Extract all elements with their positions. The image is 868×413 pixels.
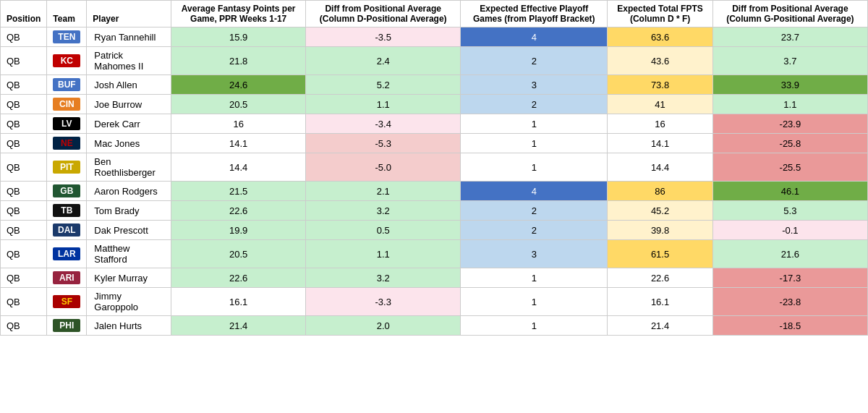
cell-expected-games: 1 bbox=[461, 153, 608, 182]
header-player: Player bbox=[87, 1, 171, 27]
cell-player: Joe Burrow bbox=[87, 95, 171, 114]
cell-expected-total: 21.4 bbox=[608, 316, 712, 336]
cell-team: BUF bbox=[47, 75, 87, 95]
cell-diff-positional2: -25.8 bbox=[712, 134, 867, 153]
cell-position: QB bbox=[1, 268, 47, 288]
cell-avg-fpts: 22.6 bbox=[171, 201, 306, 221]
cell-expected-games: 2 bbox=[461, 95, 608, 114]
cell-team: GB bbox=[47, 182, 87, 201]
cell-diff-positional: -3.4 bbox=[306, 114, 461, 134]
cell-expected-total: 86 bbox=[608, 182, 712, 201]
cell-position: QB bbox=[1, 75, 47, 95]
cell-expected-total: 61.5 bbox=[608, 240, 712, 268]
table-row: QBCINJoe Burrow20.51.12411.1 bbox=[1, 95, 868, 114]
cell-avg-fpts: 16 bbox=[171, 114, 306, 134]
cell-team: SF bbox=[47, 288, 87, 316]
cell-expected-total: 73.8 bbox=[608, 75, 712, 95]
cell-position: QB bbox=[1, 47, 47, 75]
cell-avg-fpts: 19.9 bbox=[171, 221, 306, 240]
cell-team: KC bbox=[47, 47, 87, 75]
cell-avg-fpts: 20.5 bbox=[171, 95, 306, 114]
cell-diff-positional2: -0.1 bbox=[712, 221, 867, 240]
cell-diff-positional2: -17.3 bbox=[712, 268, 867, 288]
cell-player: Dak Prescott bbox=[87, 221, 171, 240]
cell-diff-positional: -5.0 bbox=[306, 153, 461, 182]
cell-position: QB bbox=[1, 114, 47, 134]
cell-position: QB bbox=[1, 221, 47, 240]
cell-diff-positional: 1.1 bbox=[306, 240, 461, 268]
cell-avg-fpts: 22.6 bbox=[171, 268, 306, 288]
team-badge: PHI bbox=[53, 319, 80, 332]
cell-expected-games: 2 bbox=[461, 201, 608, 221]
cell-diff-positional: 2.4 bbox=[306, 47, 461, 75]
table-row: QBKCPatrick Mahomes II21.82.4243.63.7 bbox=[1, 47, 868, 75]
cell-position: QB bbox=[1, 240, 47, 268]
cell-expected-games: 3 bbox=[461, 75, 608, 95]
table-row: QBLARMatthew Stafford20.51.1361.521.6 bbox=[1, 240, 868, 268]
cell-expected-games: 4 bbox=[461, 27, 608, 47]
cell-player: Kyler Murray bbox=[87, 268, 171, 288]
cell-team: LAR bbox=[47, 240, 87, 268]
table-row: QBLVDerek Carr16-3.4116-23.9 bbox=[1, 114, 868, 134]
team-badge: NE bbox=[53, 137, 80, 150]
header-expected-games: Expected Effective Playoff Games (from P… bbox=[461, 1, 608, 27]
stats-table: Position Team Player Average Fantasy Poi… bbox=[0, 0, 868, 336]
header-position: Position bbox=[1, 1, 47, 27]
cell-diff-positional2: 5.3 bbox=[712, 201, 867, 221]
team-badge: LAR bbox=[53, 247, 80, 260]
cell-expected-games: 1 bbox=[461, 134, 608, 153]
cell-avg-fpts: 21.5 bbox=[171, 182, 306, 201]
table-row: QBDALDak Prescott19.90.5239.8-0.1 bbox=[1, 221, 868, 240]
cell-expected-games: 4 bbox=[461, 182, 608, 201]
cell-position: QB bbox=[1, 316, 47, 336]
cell-diff-positional: 3.2 bbox=[306, 268, 461, 288]
cell-expected-games: 2 bbox=[461, 221, 608, 240]
team-badge: TEN bbox=[53, 30, 80, 43]
cell-position: QB bbox=[1, 288, 47, 316]
cell-position: QB bbox=[1, 201, 47, 221]
cell-team: PIT bbox=[47, 153, 87, 182]
cell-position: QB bbox=[1, 182, 47, 201]
team-badge: PIT bbox=[53, 161, 80, 174]
cell-diff-positional: 1.1 bbox=[306, 95, 461, 114]
cell-diff-positional: 3.2 bbox=[306, 201, 461, 221]
cell-diff-positional2: 33.9 bbox=[712, 75, 867, 95]
cell-avg-fpts: 21.8 bbox=[171, 47, 306, 75]
cell-expected-games: 1 bbox=[461, 316, 608, 336]
cell-diff-positional: -3.3 bbox=[306, 288, 461, 316]
cell-player: Jalen Hurts bbox=[87, 316, 171, 336]
cell-expected-games: 1 bbox=[461, 288, 608, 316]
cell-expected-games: 3 bbox=[461, 240, 608, 268]
cell-avg-fpts: 14.1 bbox=[171, 134, 306, 153]
cell-position: QB bbox=[1, 153, 47, 182]
cell-expected-total: 14.4 bbox=[608, 153, 712, 182]
cell-expected-total: 16.1 bbox=[608, 288, 712, 316]
cell-diff-positional2: 1.1 bbox=[712, 95, 867, 114]
cell-expected-total: 63.6 bbox=[608, 27, 712, 47]
cell-team: LV bbox=[47, 114, 87, 134]
cell-diff-positional: -3.5 bbox=[306, 27, 461, 47]
table-row: QBPITBen Roethlisberger14.4-5.0114.4-25.… bbox=[1, 153, 868, 182]
table-row: QBBUFJosh Allen24.65.2373.833.9 bbox=[1, 75, 868, 95]
cell-diff-positional2: 21.6 bbox=[712, 240, 867, 268]
team-badge: GB bbox=[53, 184, 80, 197]
cell-position: QB bbox=[1, 27, 47, 47]
cell-diff-positional2: -25.5 bbox=[712, 153, 867, 182]
cell-team: ARI bbox=[47, 268, 87, 288]
table-row: QBTBTom Brady22.63.2245.25.3 bbox=[1, 201, 868, 221]
cell-expected-total: 43.6 bbox=[608, 47, 712, 75]
team-badge: DAL bbox=[53, 223, 80, 237]
cell-expected-total: 39.8 bbox=[608, 221, 712, 240]
table-row: QBSFJimmy Garoppolo16.1-3.3116.1-23.8 bbox=[1, 288, 868, 316]
cell-avg-fpts: 20.5 bbox=[171, 240, 306, 268]
header-team: Team bbox=[47, 1, 87, 27]
cell-avg-fpts: 16.1 bbox=[171, 288, 306, 316]
cell-team: TB bbox=[47, 201, 87, 221]
cell-avg-fpts: 14.4 bbox=[171, 153, 306, 182]
cell-player: Jimmy Garoppolo bbox=[87, 288, 171, 316]
team-badge: BUF bbox=[53, 78, 80, 91]
cell-team: CIN bbox=[47, 95, 87, 114]
cell-diff-positional2: -23.9 bbox=[712, 114, 867, 134]
cell-position: QB bbox=[1, 134, 47, 153]
table-row: QBARIKyler Murray22.63.2122.6-17.3 bbox=[1, 268, 868, 288]
